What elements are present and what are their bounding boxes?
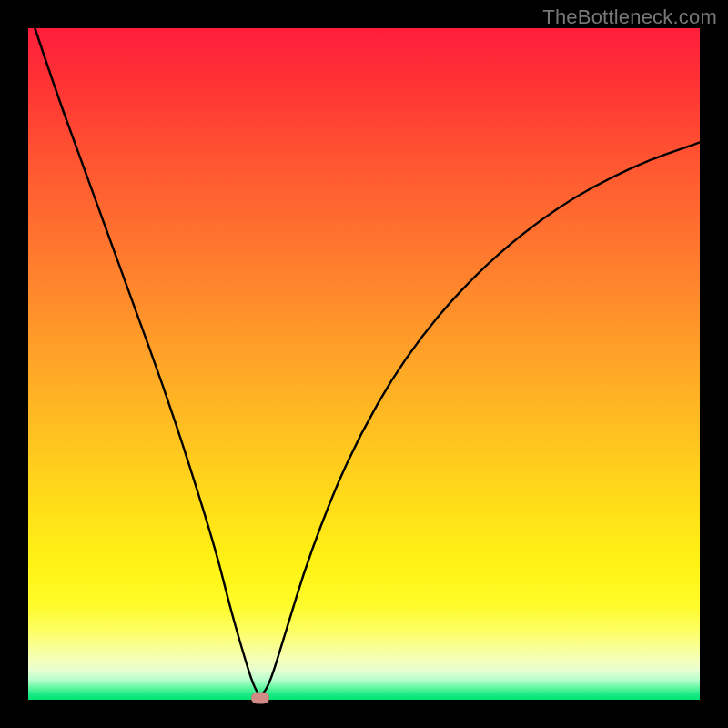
curve-svg <box>28 28 700 700</box>
optimum-marker <box>251 692 269 703</box>
watermark-text: TheBottleneck.com <box>542 5 717 29</box>
chart-frame: TheBottleneck.com <box>0 0 728 728</box>
bottleneck-curve <box>35 28 700 694</box>
plot-area <box>28 28 700 700</box>
